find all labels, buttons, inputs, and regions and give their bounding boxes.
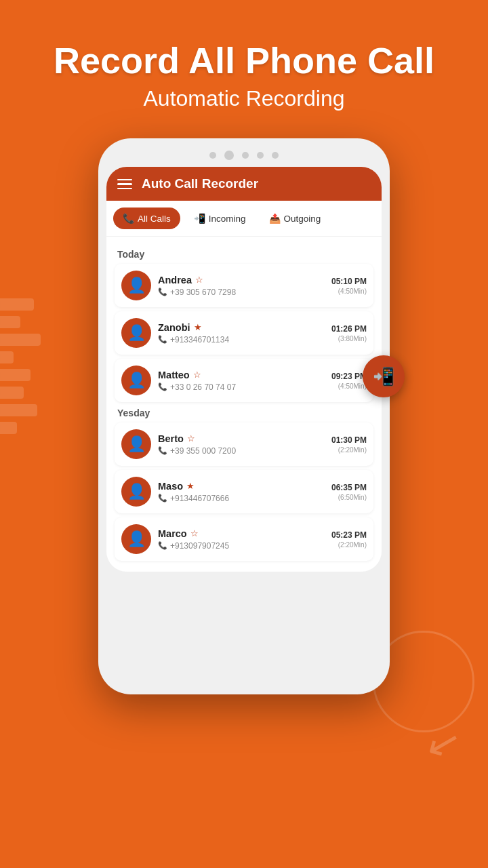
time-duration-andrea: (4:50Min)	[331, 288, 367, 295]
notch-dot-3	[242, 152, 249, 159]
section-today: Today	[117, 249, 373, 260]
call-info-maso: Maso ★ 📞 +913446707666	[158, 481, 325, 503]
call-info-berto: Berto ☆ 📞 +39 355 000 7200	[158, 433, 325, 456]
avatar-andrea: 👤	[121, 271, 151, 300]
avatar-person-icon-6: 👤	[127, 530, 146, 548]
call-number-maso: +913446707666	[170, 494, 229, 503]
call-info-marco: Marco ☆ 📞 +913097907245	[158, 528, 325, 551]
notch-dot-1	[209, 152, 216, 159]
avatar-person-icon-2: 👤	[127, 324, 146, 342]
hamburger-line-3	[117, 188, 132, 190]
tab-incoming[interactable]: 📲 Incoming	[184, 208, 256, 229]
avatar-person-icon-5: 👤	[127, 483, 146, 500]
call-list: Today 👤 Andrea ☆ 📞 +39 305 670 7298	[106, 237, 382, 572]
avatar-marco: 👤	[121, 524, 151, 554]
star-icon-berto[interactable]: ☆	[187, 433, 195, 443]
call-name-berto: Berto	[158, 433, 184, 444]
call-item-maso[interactable]: 👤 Maso ★ 📞 +913446707666 06:35 PM	[115, 470, 373, 513]
avatar-person-icon-3: 👤	[127, 372, 146, 389]
avatar-zanobi: 👤	[121, 318, 151, 348]
tab-all-calls[interactable]: 📞 All Calls	[113, 208, 180, 229]
app-toolbar: Auto Call Recorder	[106, 167, 382, 201]
time-value-marco: 05:23 PM	[331, 530, 367, 540]
fab-incoming-call[interactable]: 📲	[363, 355, 405, 397]
fab-call-icon: 📲	[373, 366, 394, 387]
phone-icon-matteo: 📞	[158, 382, 167, 391]
time-value-maso: 06:35 PM	[331, 483, 367, 492]
avatar-person-icon-4: 👤	[127, 435, 146, 453]
tab-all-calls-label: All Calls	[138, 214, 171, 224]
call-info-andrea: Andrea ☆ 📞 +39 305 670 7298	[158, 275, 325, 297]
avatar-matteo: 👤	[121, 366, 151, 395]
call-name-zanobi: Zanobi	[158, 322, 190, 333]
call-item-marco[interactable]: 👤 Marco ☆ 📞 +913097907245 05:23 PM	[115, 517, 373, 561]
phone-screen: Auto Call Recorder 📞 All Calls 📲 Incomin…	[106, 167, 382, 572]
star-icon-marco[interactable]: ☆	[190, 528, 199, 538]
call-number-marco: +913097907245	[170, 541, 229, 551]
call-item-zanobi[interactable]: 👤 Zanobi ★ 📞 +913346701134 01:26 P	[115, 311, 373, 355]
tab-bar: 📞 All Calls 📲 Incoming 📤 Outgoing	[106, 201, 382, 237]
time-duration-maso: (6:50Min)	[331, 494, 367, 501]
call-time-maso: 06:35 PM (6:50Min)	[331, 483, 367, 501]
call-time-berto: 01:30 PM (2:20Min)	[331, 435, 367, 454]
call-time-zanobi: 01:26 PM (3:80Min)	[331, 324, 367, 342]
notch-dot-2	[224, 151, 234, 160]
call-info-matteo: Matteo ☆ 📞 +33 0 26 70 74 07	[158, 370, 325, 392]
hamburger-line-2	[117, 183, 132, 185]
call-time-marco: 05:23 PM (2:20Min)	[331, 530, 367, 549]
hamburger-menu[interactable]	[117, 179, 132, 190]
call-name-maso: Maso	[158, 481, 183, 492]
call-info-zanobi: Zanobi ★ 📞 +913346701134	[158, 322, 325, 344]
page-subtitle: Automatic Recording	[0, 86, 488, 111]
phone-notch	[106, 151, 382, 160]
tab-outgoing-label: Outgoing	[284, 214, 321, 224]
notch-dot-4	[257, 152, 264, 159]
call-item-andrea[interactable]: 👤 Andrea ☆ 📞 +39 305 670 7298 05:1	[115, 264, 373, 307]
phone-icon-maso: 📞	[158, 494, 167, 502]
phone-frame: Auto Call Recorder 📞 All Calls 📲 Incomin…	[98, 138, 390, 694]
phone-icon-berto: 📞	[158, 446, 167, 455]
all-calls-icon: 📞	[123, 213, 134, 224]
time-duration-matteo: (4:50Min)	[331, 382, 367, 390]
star-icon-maso[interactable]: ★	[186, 481, 195, 491]
time-duration-marco: (2:20Min)	[331, 541, 367, 549]
call-name-andrea: Andrea	[158, 275, 192, 285]
avatar-person-icon: 👤	[127, 277, 146, 294]
time-value-zanobi: 01:26 PM	[331, 324, 367, 334]
call-name-matteo: Matteo	[158, 370, 190, 380]
tab-outgoing[interactable]: 📤 Outgoing	[260, 208, 331, 229]
time-value-berto: 01:30 PM	[331, 435, 367, 445]
call-number-matteo: +33 0 26 70 74 07	[170, 382, 236, 392]
call-name-marco: Marco	[158, 528, 187, 539]
call-number-berto: +39 355 000 7200	[170, 446, 236, 456]
call-number-zanobi: +913346701134	[170, 335, 229, 344]
app-title: Auto Call Recorder	[142, 176, 258, 191]
star-icon-matteo[interactable]: ☆	[193, 370, 201, 380]
star-icon-andrea[interactable]: ☆	[195, 275, 203, 285]
tab-incoming-label: Incoming	[209, 214, 246, 224]
call-time-andrea: 05:10 PM (4:50Min)	[331, 277, 367, 295]
hamburger-line-1	[117, 179, 132, 181]
section-yesterday: Yesday	[117, 408, 373, 418]
avatar-maso: 👤	[121, 477, 151, 507]
call-time-matteo: 09:23 PM (4:50Min)	[331, 372, 367, 390]
incoming-icon: 📲	[194, 213, 205, 224]
time-value-matteo: 09:23 PM	[331, 372, 367, 381]
time-duration-berto: (2:20Min)	[331, 446, 367, 454]
outgoing-icon: 📤	[269, 213, 281, 224]
avatar-berto: 👤	[121, 429, 151, 459]
phone-icon-andrea: 📞	[158, 288, 167, 296]
time-duration-zanobi: (3:80Min)	[331, 335, 367, 342]
call-item-berto[interactable]: 👤 Berto ☆ 📞 +39 355 000 7200 01:30	[115, 422, 373, 466]
time-value-andrea: 05:10 PM	[331, 277, 367, 286]
page-title: Record All Phone Call	[0, 41, 488, 81]
phone-icon-zanobi: 📞	[158, 335, 167, 344]
notch-dot-5	[272, 152, 279, 159]
phone-icon-marco: 📞	[158, 541, 167, 550]
call-number-andrea: +39 305 670 7298	[170, 288, 236, 297]
star-icon-zanobi[interactable]: ★	[194, 322, 202, 332]
call-item-matteo[interactable]: 👤 Matteo ☆ 📞 +33 0 26 70 74 07 09:	[115, 359, 373, 402]
